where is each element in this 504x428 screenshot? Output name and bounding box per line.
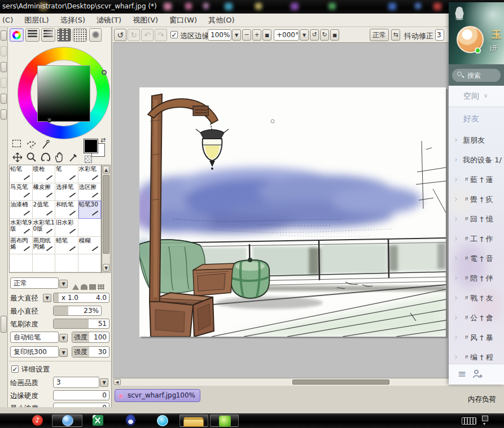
zoom-out-button[interactable]: − [242,29,251,41]
zoom-reset-button[interactable]: ■ [262,29,271,41]
undo-button[interactable]: ↺ [114,29,126,41]
menu-item-view[interactable]: 视图(V) [127,14,164,27]
brush-item[interactable]: 选择笔 [55,183,78,201]
brush-slot-empty[interactable] [78,219,102,237]
brush-item[interactable]: 油漆桶 [10,201,33,219]
brush-item[interactable]: 水彩笔10版 [33,219,56,237]
qq-group[interactable]: ›〃藍 † 蓮 [449,170,504,190]
brush-scrollbar[interactable]: ▲ ▼ [102,165,111,273]
brush-slot-empty[interactable] [78,254,102,272]
taskbar-sai-button[interactable] [210,414,239,427]
scroll-up-button[interactable]: ▲ [103,166,109,174]
tray-window-icon[interactable] [482,416,488,421]
brush-slot-empty[interactable] [55,254,78,272]
max-diameter-slider[interactable]: x 1.0 4.0 [53,293,109,303]
mini-panel-button[interactable] [1,109,7,120]
move-tool[interactable] [11,152,24,163]
qq-group[interactable]: ›新朋友 [449,131,504,151]
foreground-color-swatch[interactable] [84,139,98,153]
qq-group[interactable]: ›我的设备 1/ [449,151,504,170]
detail-settings-checkbox[interactable]: ✓ [11,365,19,373]
scroll-thumb[interactable] [103,175,109,254]
brush-item[interactable]: 画布丙烯 [10,237,33,255]
tray-keyboard-icon[interactable] [462,417,476,425]
taskbar-media-icon[interactable] [157,415,168,426]
qq-group[interactable]: ›〃工 † 作 [449,230,504,249]
qq-space-row[interactable]: 空间 ∨ [449,86,504,107]
mini-panel-button[interactable] [1,46,7,56]
dropdown-button[interactable]: ▼ [100,378,108,387]
texture1-dropdown[interactable]: 自动铅笔 [10,332,59,343]
taskbar-music-icon[interactable]: ♪ [32,415,43,426]
qq-friends-tab[interactable]: 好友 [449,107,504,131]
color-wheel-tab[interactable] [10,28,24,42]
jitter-correction-value[interactable]: 3 [435,29,444,41]
rotate-view-tool[interactable] [40,152,52,163]
angle-dropdown-button[interactable]: ▼ [300,29,309,41]
qq-group[interactable]: ›〃覺 † 疚 [449,190,504,210]
menu-item-cut[interactable]: (C) [0,15,19,25]
brush-item[interactable]: 画用纸丙烯 [33,237,56,255]
quality-dropdown[interactable]: 3 [53,377,99,388]
canvas-viewport[interactable]: ◀ [113,43,449,386]
search-input[interactable]: 搜索 [452,69,501,82]
hand-tool[interactable] [54,152,66,163]
swap-colors-icon[interactable]: ⇄ [100,136,106,144]
brush-item[interactable]: 喷枪 [33,165,56,183]
brush-item[interactable]: 和纸笔 [55,201,78,219]
taskbar-excel-icon[interactable] [93,415,103,426]
brush-item[interactable]: 水彩笔 [78,165,102,183]
scroll-thumb[interactable] [292,380,389,385]
dropdown-button[interactable]: ▼ [59,348,68,357]
saturation-value-square[interactable] [37,65,90,122]
brush-item[interactable]: 水彩笔9版 [10,219,33,237]
brush-slot-empty[interactable] [10,254,33,272]
min-diameter-slider[interactable]: 23% [53,306,102,316]
canvas-artwork[interactable] [139,87,446,337]
texture2-strength[interactable]: 强度 30 [72,346,109,358]
brush-item-selected[interactable]: 铅笔30 [78,201,102,219]
menu-item-select[interactable]: 选择(S) [55,14,91,27]
zoom-in-button[interactable]: + [252,29,261,41]
zoom-tool[interactable] [25,152,38,163]
diameter-unit-button[interactable]: ▼ [43,294,51,302]
taskbar-browser-button[interactable] [52,414,82,427]
title-bar[interactable]: sers\Administrator\Desktop\scvr_wharf.jp… [0,0,504,14]
brush-item[interactable]: 选区擦 [78,183,102,201]
rotate-ccw-button[interactable]: ↺ [310,29,319,41]
qq-group[interactable]: ›〃陪 † 伴 [449,269,504,289]
panel-splitter[interactable] [1,316,7,333]
menu-item-layer[interactable]: 图层(L) [19,14,54,27]
tray-caret-icon[interactable]: ▾ [483,421,485,426]
brush-item[interactable]: 模糊 [78,237,102,255]
menu-item-filter[interactable]: 滤镜(T) [91,14,127,27]
canvas-document[interactable] [139,87,446,337]
min-density-slider[interactable]: 0 [53,403,109,407]
brush-shape-strip[interactable] [72,281,106,292]
rotate-cw-button[interactable]: ↻ [320,29,329,41]
qq-group[interactable]: ›〃公 † 會 [449,308,504,328]
transparent-color-icon[interactable] [85,156,92,163]
qq-group[interactable]: ›〃戰 † 友 [449,289,504,308]
angle-value[interactable]: +000° [274,29,299,41]
rgb-sliders-tab[interactable] [25,28,40,42]
menu-item-others[interactable]: 其他(O) [203,14,240,27]
hsv-sliders-tab[interactable] [41,28,55,42]
brush-item[interactable]: 马克笔 [10,183,33,201]
hue-marker[interactable] [102,70,107,75]
texture2-dropdown[interactable]: 复印纸300 [10,346,59,358]
undo-history-button[interactable]: ↶ [141,29,154,41]
selection-edge-checkbox[interactable]: ✓ [170,31,178,38]
qq-group[interactable]: ›〃风 † 暴 [449,328,504,348]
flip-canvas-button[interactable]: ⇆ [391,29,400,41]
sv-marker[interactable] [47,117,52,122]
taskbar-qq-icon[interactable] [126,414,135,426]
brush-blend-dropdown[interactable]: 正常 [10,277,59,289]
qq-logo-icon[interactable] [453,6,466,20]
mini-panel-button[interactable] [1,94,7,104]
mini-panel-button[interactable] [1,62,7,72]
magic-wand-tool[interactable] [40,139,52,150]
redo-button[interactable]: ↻ [128,29,140,41]
edge-hardness-slider[interactable]: 0 [53,390,109,400]
qq-group[interactable]: ›〃電 † 音 [449,249,504,269]
